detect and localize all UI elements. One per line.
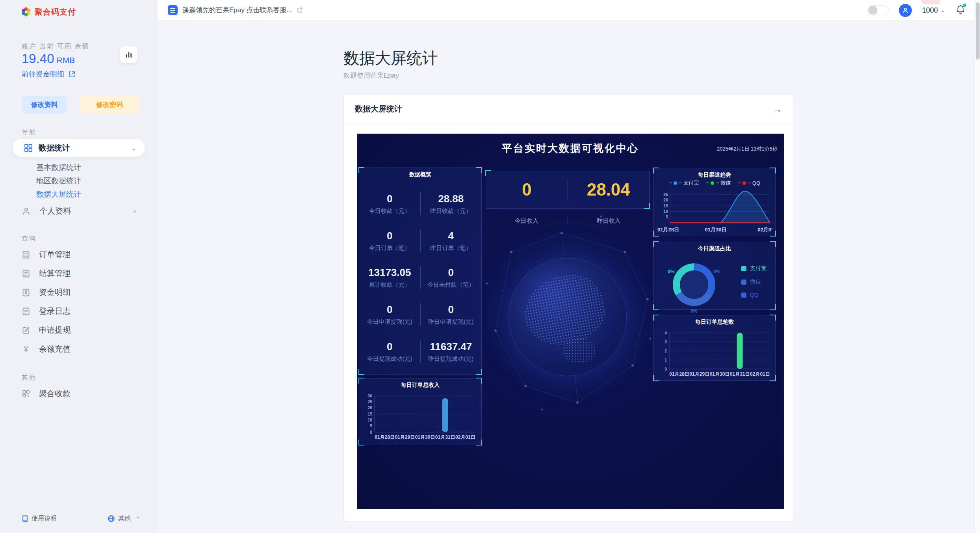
- svg-text:10: 10: [368, 417, 372, 422]
- toggle-knob: [869, 6, 877, 15]
- account-label: 账户 当前 可用 余额: [22, 42, 89, 51]
- sidebar: 聚合码支付 账户 当前 可用 余额 19.40RMB 前往资金明细 修改资料 修…: [0, 0, 158, 533]
- balance-chart-button[interactable]: [120, 47, 137, 63]
- svg-text:01月28日: 01月28日: [657, 227, 679, 233]
- svg-text:02月0': 02月0': [757, 227, 772, 233]
- other-section-label: 其他: [22, 374, 37, 382]
- trend-legend: 支付宝 微信 QQ: [654, 179, 775, 186]
- svg-text:02月01日: 02月01日: [750, 371, 770, 377]
- notice-link[interactable]: 遥遥领先的芒果Epay 点击联系客服...: [168, 5, 303, 15]
- yesterday-income-value: 28.04: [568, 171, 650, 208]
- card-header: 数据大屏统计 →: [344, 95, 793, 123]
- balance: 19.40RMB: [22, 51, 75, 66]
- funds-detail-link[interactable]: 前往资金明细: [22, 69, 76, 79]
- stat-today-received: 0今日收款（元）: [359, 185, 420, 222]
- sidebar-item-data-stats[interactable]: 数据统计 ⌄: [13, 139, 145, 157]
- sidebar-item-orders[interactable]: 订单管理: [22, 249, 140, 260]
- order-list-icon: [22, 250, 30, 259]
- svg-text:0%: 0%: [713, 269, 720, 274]
- sidebar-item-aggregate-pay[interactable]: 聚合收款: [22, 388, 140, 399]
- edit-icon: [22, 326, 30, 335]
- svg-text:01月29日: 01月29日: [395, 434, 415, 440]
- change-password-button[interactable]: 修改密码: [80, 96, 139, 114]
- chevron-down-icon: ⌄: [131, 144, 136, 152]
- legend-alipay: 支付宝: [669, 179, 699, 186]
- sidebar-item-label: 结算管理: [39, 268, 71, 279]
- arrow-right-icon[interactable]: →: [772, 104, 782, 115]
- sidebar-item-login-log[interactable]: 登录日志: [22, 306, 140, 317]
- panel-title: 每日订单总笔数: [654, 319, 775, 326]
- today-income-label: 今日收入: [486, 217, 568, 225]
- stat-yesterday-withdraw-success: 11637.47昨日提现成功(元): [421, 333, 482, 370]
- sidebar-item-withdraw[interactable]: 申请提现: [22, 325, 140, 335]
- svg-text:02月01日: 02月01日: [455, 434, 475, 440]
- svg-text:15: 15: [368, 412, 372, 416]
- legend-qq: QQ: [738, 179, 760, 186]
- svg-text:25: 25: [663, 192, 668, 197]
- notification-dot: [963, 4, 966, 7]
- svg-text:01月31日: 01月31日: [435, 434, 455, 440]
- brand-name: 聚合码支付: [35, 7, 76, 17]
- sidebar-item-label: 订单管理: [39, 249, 71, 260]
- svg-text:0%: 0%: [668, 269, 675, 274]
- caret-up-icon: ⌃: [135, 516, 140, 522]
- theme-toggle[interactable]: [867, 5, 889, 15]
- chevron-right-icon: ›: [134, 207, 136, 215]
- stat-yesterday-received: 28.88昨日收款（元）: [421, 185, 482, 222]
- income-box: 0 28.04: [486, 171, 650, 209]
- help-link[interactable]: 使用说明: [22, 514, 57, 523]
- svg-text:25: 25: [368, 399, 372, 404]
- sidebar-item-settlement[interactable]: 结算管理: [22, 268, 140, 279]
- svg-text:01月28日: 01月28日: [375, 434, 395, 440]
- user-tag-highlight: [921, 0, 940, 4]
- panel-channel-trend: 每日渠道趋势 支付宝 微信 QQ 51015202501月28日01月30日02…: [653, 168, 776, 236]
- legend-wechat: 微信: [741, 278, 767, 285]
- notifications-button[interactable]: [955, 4, 966, 17]
- user-dropdown[interactable]: 1000 ⌄: [922, 6, 945, 15]
- stat-today-orders: 0今日订单（笔）: [359, 222, 420, 259]
- brand-logo[interactable]: 聚合码支付: [20, 6, 76, 17]
- stat-today-withdraw-success: 0今日提现成功(元): [359, 333, 420, 370]
- scrollbar-thumb[interactable]: [976, 2, 980, 60]
- sidebar-subitem-basic-stats[interactable]: 基本数据统计: [36, 162, 81, 173]
- funds-detail-label: 前往资金明细: [22, 69, 64, 79]
- channel-trend-line-chart: 51015202501月28日01月30日02月0': [657, 186, 773, 235]
- sidebar-item-recharge[interactable]: ¥ 余额充值: [22, 344, 140, 354]
- user-icon: [902, 7, 909, 14]
- svg-text:20: 20: [663, 198, 668, 202]
- svg-text:5: 5: [666, 214, 668, 219]
- balance-currency: RMB: [57, 56, 75, 65]
- sidebar-item-profile[interactable]: 个人资料 ›: [22, 206, 140, 216]
- avatar[interactable]: [899, 4, 912, 17]
- other-menu-toggle[interactable]: 其他 ⌃: [108, 514, 140, 523]
- svg-text:2: 2: [664, 348, 667, 353]
- svg-text:3: 3: [664, 339, 667, 344]
- edit-profile-button[interactable]: 修改资料: [22, 96, 67, 114]
- announcement-icon: [168, 5, 178, 15]
- chevron-down-icon: ⌄: [941, 7, 945, 13]
- stat-yesterday-orders: 4昨日订单（笔）: [421, 222, 482, 259]
- balance-amount: 19.40: [22, 51, 54, 66]
- legend-qq: QQ: [741, 292, 767, 298]
- sidebar-item-label: 个人资料: [39, 206, 71, 216]
- panel-data-overview: 数据概览 0今日收款（元） 28.88昨日收款（元） 0今日订单（笔） 4昨日订…: [359, 168, 482, 375]
- svg-text:01月31日: 01月31日: [730, 371, 750, 377]
- svg-text:10: 10: [663, 209, 668, 214]
- overview-stats-grid: 0今日收款（元） 28.88昨日收款（元） 0今日订单（笔） 4昨日订单（笔） …: [359, 185, 481, 370]
- grid-icon: [24, 143, 33, 153]
- main-content: 数据大屏统计 欢迎使用芒果Epay 数据大屏统计 → 平台实时大数据可视化中心 …: [158, 20, 974, 533]
- svg-text:01月30日: 01月30日: [415, 434, 435, 440]
- donut-legend: 支付宝 微信 QQ: [741, 265, 767, 298]
- svg-text:01月29日: 01月29日: [689, 371, 709, 377]
- export-icon: [68, 71, 76, 78]
- sidebar-item-funds[interactable]: $ 资金明细: [22, 287, 140, 298]
- sidebar-subitem-region-stats[interactable]: 地区数据统计: [36, 176, 81, 186]
- daily-order-count-bar-chart: 0123401月28日01月29日01月30日01月31日02月01日: [657, 328, 773, 379]
- scrollbar: [974, 0, 980, 533]
- sidebar-item-label: 登录日志: [39, 306, 71, 317]
- sidebar-item-label: 申请提现: [39, 325, 71, 335]
- sidebar-subitem-bigscreen-stats[interactable]: 数据大屏统计: [36, 189, 81, 199]
- panel-daily-order-count: 每日订单总笔数 0123401月28日01月29日01月30日01月31日02月…: [653, 315, 776, 381]
- sidebar-item-label: 资金明细: [39, 287, 71, 298]
- person-icon: [22, 207, 31, 216]
